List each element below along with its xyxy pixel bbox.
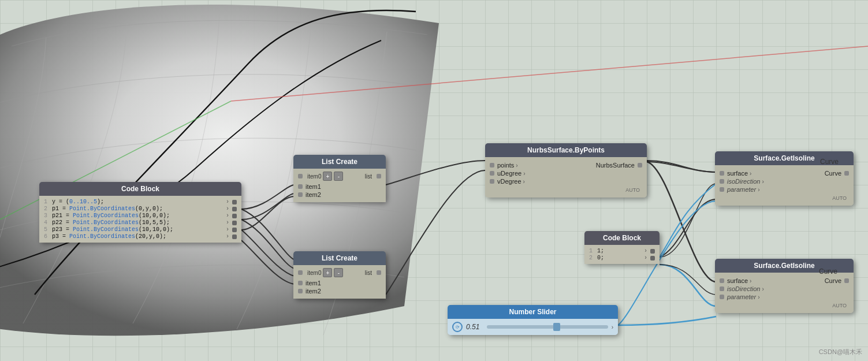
- list-create-top-controls[interactable]: item0 + - list: [298, 172, 381, 181]
- code-line-4: 4 p22 = Point.ByCoordinates(10,5,5); ›: [44, 219, 237, 226]
- code-line-5: 5 p23 = Point.ByCoordinates(10,10,0); ›: [44, 226, 237, 233]
- slider-value-display: 0.51: [466, 323, 483, 331]
- list-create-bottom-controls[interactable]: item0 + - list: [298, 268, 381, 277]
- number-slider-header: Number Slider: [448, 305, 618, 319]
- surface-getisoline-top-body: surface › Curve isoDirection › parameter…: [715, 165, 854, 206]
- code-block-small-body: 1 1; › 2 0; ›: [584, 245, 660, 264]
- code-block-small-line-1: 1 1; ›: [589, 248, 655, 254]
- nurbs-surface-auto-label: AUTO: [490, 186, 642, 194]
- nurbs-surface-row-udegree: uDegree ›: [490, 170, 642, 177]
- slider-thumb[interactable]: [553, 323, 560, 331]
- list-create-top-header: List Create: [293, 155, 386, 169]
- surface-getisoline-bottom-body: surface › Curve isoDirection › parameter…: [715, 273, 854, 313]
- code-line-1: 1 y = (0..10..5); ›: [44, 199, 237, 205]
- code-block-small-node[interactable]: Code Block 1 1; › 2 0; ›: [584, 231, 660, 264]
- list-create-bottom-out-port: [377, 270, 381, 275]
- slider-collapse-btn[interactable]: ⟳: [452, 322, 463, 332]
- list-create-bottom-in-port: [298, 270, 303, 275]
- list-create-top-item1: item1: [298, 183, 381, 190]
- list-create-bottom-body: item0 + - list item1 item2: [293, 265, 386, 299]
- list-create-bottom-item1: item1: [298, 280, 381, 286]
- number-slider-body: ⟳ 0.51 ›: [448, 319, 618, 335]
- code-block-small-header: Code Block: [584, 231, 660, 245]
- curve-label-bottom: Curve: [819, 267, 837, 276]
- getisoline-bottom-row-isodirection: isoDirection ›: [720, 285, 849, 292]
- curve-label-top: Curve: [820, 158, 839, 166]
- nurbs-surface-node[interactable]: NurbsSurface.ByPoints points › NurbsSurf…: [485, 143, 647, 198]
- watermark: CSDN@喵木禾: [819, 348, 862, 356]
- list-create-top-remove-btn[interactable]: -: [334, 172, 343, 181]
- list-create-bottom-header: List Create: [293, 251, 386, 265]
- list-create-bottom-node[interactable]: List Create item0 + - list item1 item2: [293, 251, 386, 299]
- list-create-top-node[interactable]: List Create item0 + - list item1 item2: [293, 155, 386, 202]
- getisoline-bottom-row-parameter: parameter ›: [720, 293, 849, 300]
- code-line-6: 6 p3 = Point.ByCoordinates(20,y,0); ›: [44, 233, 237, 240]
- getisoline-top-row-isodirection: isoDirection ›: [720, 178, 849, 185]
- getisoline-top-row-surface: surface › Curve: [720, 170, 849, 177]
- list-create-bottom-list-label: list: [365, 270, 372, 276]
- code-block-main-node[interactable]: Code Block 1 y = (0..10..5); › 2 p1 = Po…: [39, 182, 241, 243]
- slider-track[interactable]: [487, 325, 608, 329]
- nurbs-surface-body: points › NurbsSurface uDegree › vDegree …: [485, 157, 647, 198]
- getisoline-top-row-parameter: parameter ›: [720, 186, 849, 193]
- list-create-top-item2: item2: [298, 191, 381, 198]
- list-create-top-out-port: [377, 174, 381, 178]
- getisoline-bottom-auto-label: AUTO: [720, 302, 849, 310]
- nurbs-surface-row-vdegree: vDegree ›: [490, 178, 642, 185]
- list-create-bottom-add-btn[interactable]: +: [323, 268, 332, 277]
- nurbs-surface-row-points: points › NurbsSurface: [490, 162, 642, 169]
- getisoline-bottom-row-surface: surface › Curve: [720, 277, 849, 284]
- nurbs-surface-header: NurbsSurface.ByPoints: [485, 143, 647, 157]
- code-line-3: 3 p21 = Point.ByCoordinates(10,0,0); ›: [44, 213, 237, 219]
- getisoline-top-auto-label: AUTO: [720, 194, 849, 202]
- code-block-small-line-2: 2 0; ›: [589, 255, 655, 261]
- list-create-top-in-port: [298, 174, 303, 178]
- code-block-main-header: Code Block: [39, 182, 241, 196]
- list-create-bottom-item2: item2: [298, 288, 381, 295]
- slider-right-arrow: ›: [612, 324, 613, 330]
- number-slider-node[interactable]: Number Slider ⟳ 0.51 ›: [448, 305, 618, 335]
- list-create-top-list-label: list: [365, 173, 372, 180]
- code-block-main-body: 1 y = (0..10..5); › 2 p1 = Point.ByCoord…: [39, 196, 241, 243]
- list-create-top-add-btn[interactable]: +: [323, 172, 332, 181]
- list-create-top-body: item0 + - list item1 item2: [293, 169, 386, 202]
- code-line-2: 2 p1 = Point.ByCoordinates(0,y,0); ›: [44, 206, 237, 212]
- list-create-bottom-remove-btn[interactable]: -: [334, 268, 343, 277]
